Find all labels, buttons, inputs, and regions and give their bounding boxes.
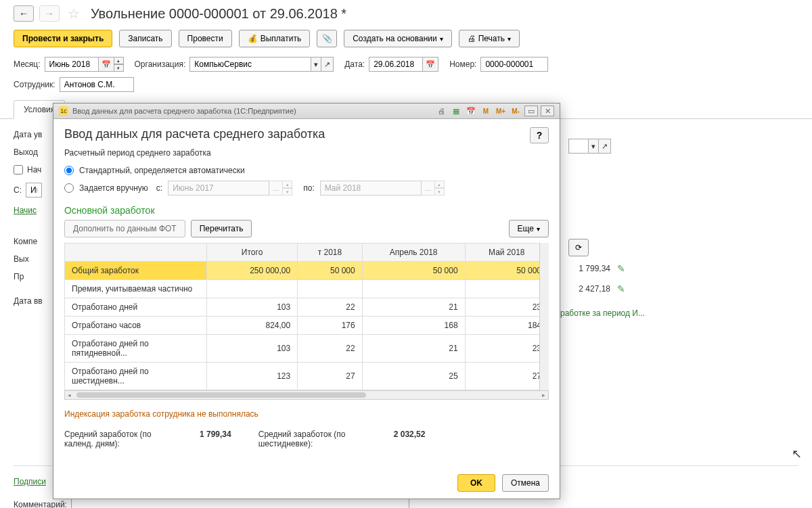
row-cell[interactable]: 23: [465, 335, 548, 363]
row-cell[interactable]: 250 000,00: [207, 262, 298, 280]
c-label: С:: [14, 185, 22, 195]
nav-back-button[interactable]: ←: [14, 5, 34, 22]
c-input[interactable]: [26, 183, 42, 198]
grid-icon[interactable]: ▦: [450, 106, 462, 116]
m-button[interactable]: M: [480, 106, 492, 116]
behind-dropdown[interactable]: ▾: [589, 139, 599, 154]
row-cell[interactable]: 103: [207, 298, 298, 317]
row-cell[interactable]: 176: [298, 317, 363, 335]
row-cell[interactable]: 50 000: [298, 262, 363, 280]
row-cell[interactable]: 103: [207, 335, 298, 363]
table-row[interactable]: Отработано дней103222123: [65, 298, 549, 317]
row-cell[interactable]: 27: [298, 363, 363, 390]
row-cell[interactable]: 50 000: [465, 262, 548, 280]
row-cell[interactable]: 23: [465, 298, 548, 317]
row-cell[interactable]: 22: [298, 335, 363, 363]
row-cell[interactable]: 824,00: [207, 317, 298, 335]
month-input[interactable]: [45, 57, 99, 72]
behind-input-1[interactable]: [568, 139, 589, 154]
post-button[interactable]: Провести: [179, 30, 232, 47]
table-row[interactable]: Общий заработок250 000,0050 00050 00050 …: [65, 262, 549, 280]
date-calendar-icon[interactable]: 📅: [423, 57, 438, 72]
row-cell[interactable]: [207, 280, 298, 298]
table-row[interactable]: Отработано часов824,00176168184: [65, 317, 549, 335]
table-row[interactable]: Отработано дней по шестидневн...12327252…: [65, 363, 549, 390]
from-up: ▴: [283, 181, 292, 188]
employee-input[interactable]: [60, 77, 134, 92]
table-horizontal-scrollbar[interactable]: ◂ ▸: [64, 390, 549, 400]
comment-label: Комментарий:: [14, 500, 67, 508]
month-up[interactable]: ▴: [114, 57, 124, 64]
help-button[interactable]: ?: [530, 127, 549, 143]
nach-checkbox[interactable]: [14, 165, 23, 175]
behind-open[interactable]: ↗: [599, 139, 611, 154]
row-cell[interactable]: 27: [465, 363, 548, 390]
print-button[interactable]: 🖨 Печать: [459, 30, 520, 47]
edit-icon-2[interactable]: ✎: [617, 283, 625, 294]
supplement-button[interactable]: Дополнить по данным ФОТ: [64, 220, 185, 237]
number-input[interactable]: [480, 57, 548, 72]
vyh2-label: Вых: [14, 254, 29, 264]
signatures-link[interactable]: Подписи: [14, 477, 46, 486]
row-cell[interactable]: 184: [465, 317, 548, 335]
post-and-close-button[interactable]: Провести и закрыть: [14, 30, 112, 47]
org-input[interactable]: [189, 57, 311, 72]
row-cell[interactable]: [298, 280, 363, 298]
manual-to-label: по:: [303, 183, 315, 193]
nav-forward-button[interactable]: →: [39, 5, 60, 22]
dialog-subheading: Расчетный период среднего заработка: [64, 148, 549, 158]
print-icon[interactable]: 🖨: [435, 106, 447, 116]
dialog-heading: Ввод данных для расчета среднего заработ…: [64, 127, 549, 141]
month-down[interactable]: ▾: [114, 64, 124, 72]
cancel-button[interactable]: Отмена: [502, 474, 549, 492]
radio-manual[interactable]: [64, 183, 74, 193]
m-plus-button[interactable]: M+: [495, 106, 507, 116]
create-based-on-button[interactable]: Создать на основании: [344, 30, 452, 47]
dialog-titlebar-text: Ввод данных для расчета среднего заработ…: [72, 107, 435, 115]
calendar-icon[interactable]: 📅: [99, 57, 114, 72]
calc-link[interactable]: Начис: [14, 206, 37, 215]
dialog-titlebar[interactable]: 1c Ввод данных для расчета среднего зара…: [53, 103, 560, 119]
calendar-toolbar-icon[interactable]: 📅: [465, 106, 477, 116]
row-cell[interactable]: 168: [362, 317, 465, 335]
number-label: Номер:: [449, 60, 476, 69]
th-2: т 2018: [298, 244, 363, 262]
from-down: ▾: [283, 188, 292, 195]
attachment-button[interactable]: 📎: [317, 30, 337, 47]
table-row[interactable]: Премия, учитываемая частично: [65, 280, 549, 298]
row-cell[interactable]: 25: [362, 363, 465, 390]
org-open[interactable]: ↗: [321, 57, 334, 72]
printer-icon: 🖨: [468, 34, 476, 43]
m-minus-button[interactable]: M-: [510, 106, 522, 116]
save-button[interactable]: Записать: [119, 30, 171, 47]
radio-auto[interactable]: [64, 166, 74, 175]
row-cell[interactable]: 22: [298, 298, 363, 317]
close-button[interactable]: ✕: [541, 106, 554, 116]
row-cell[interactable]: 50 000: [362, 262, 465, 280]
th-1: Итого: [207, 244, 298, 262]
table-row[interactable]: Отработано дней по пятидневной...1032221…: [65, 335, 549, 363]
org-label: Организация:: [135, 60, 186, 69]
row-cell[interactable]: [362, 280, 465, 298]
row-cell[interactable]: 123: [207, 363, 298, 390]
row-cell[interactable]: [465, 280, 548, 298]
section-heading: Основной заработок: [64, 205, 549, 216]
refresh-button[interactable]: ⟳: [568, 239, 589, 256]
edit-icon-1[interactable]: ✎: [617, 263, 625, 274]
table-header-row: Итого т 2018 Апрель 2018 Май 2018: [65, 244, 549, 262]
row-label: Отработано дней: [65, 298, 207, 317]
paperclip-icon: 📎: [322, 34, 332, 43]
row-cell[interactable]: 21: [362, 335, 465, 363]
avg-sixday-value: 2 032,52: [394, 430, 426, 439]
more-button[interactable]: Еще: [509, 220, 549, 237]
org-dropdown[interactable]: ▾: [311, 57, 321, 72]
favorite-star-icon[interactable]: ☆: [68, 5, 80, 22]
row-cell[interactable]: 21: [362, 298, 465, 317]
recalc-button[interactable]: Перечитать: [191, 220, 252, 237]
date-input[interactable]: [369, 57, 423, 72]
ok-button[interactable]: OK: [457, 474, 495, 492]
table-vertical-scrollbar[interactable]: [539, 243, 549, 390]
cursor-icon: ↖: [792, 446, 802, 461]
minimize-button[interactable]: ▭: [524, 106, 538, 116]
pay-button[interactable]: 💰Выплатить: [239, 30, 311, 47]
